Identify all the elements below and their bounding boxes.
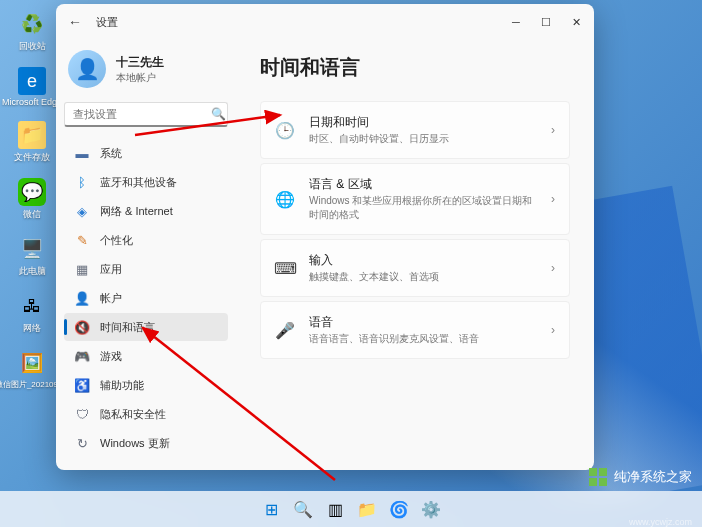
- nav-time-language[interactable]: 🔇时间和语言: [64, 313, 228, 341]
- setting-language-region[interactable]: 🌐 语言 & 区域 Windows 和某些应用根据你所在的区域设置日期和时间的格…: [260, 163, 570, 235]
- taskbar-search[interactable]: 🔍: [290, 496, 316, 522]
- clock-icon: 🔇: [74, 319, 90, 335]
- search-box[interactable]: 🔍: [64, 102, 228, 127]
- setting-datetime[interactable]: 🕒 日期和时间 时区、自动时钟设置、日历显示 ›: [260, 101, 570, 159]
- folder-icon: 📁: [18, 121, 46, 149]
- wechat-icon: 💬: [18, 178, 46, 206]
- desktop-icon-wechat[interactable]: 💬 微信: [12, 178, 52, 221]
- account-icon: 👤: [74, 290, 90, 306]
- chevron-right-icon: ›: [551, 123, 555, 137]
- network-icon: 🖧: [18, 292, 46, 320]
- search-input[interactable]: [73, 108, 211, 120]
- recycle-icon: ♻️: [18, 10, 46, 38]
- nav-network[interactable]: ◈网络 & Internet: [64, 197, 228, 225]
- setting-voice[interactable]: 🎤 语音 语音语言、语音识别麦克风设置、语音 ›: [260, 301, 570, 359]
- desktop-icon-image[interactable]: 🖼️ 微信图片_2021091...: [12, 349, 52, 390]
- back-button[interactable]: ←: [68, 14, 82, 30]
- taskbar-taskview[interactable]: ▥: [322, 496, 348, 522]
- settings-list: 🕒 日期和时间 时区、自动时钟设置、日历显示 › 🌐 语言 & 区域 Windo…: [260, 101, 570, 359]
- edge-icon: e: [18, 67, 46, 95]
- start-button[interactable]: ⊞: [258, 496, 284, 522]
- taskbar-settings[interactable]: ⚙️: [418, 496, 444, 522]
- voice-icon: 🎤: [275, 320, 295, 340]
- accessibility-icon: ♿: [74, 377, 90, 393]
- svg-rect-6: [589, 478, 597, 486]
- svg-rect-7: [599, 478, 607, 486]
- sidebar: 👤 十三先生 本地帐户 🔍 ▬系统 ᛒ蓝牙和其他设备 ◈网络 & Interne…: [56, 40, 236, 470]
- nav-system[interactable]: ▬系统: [64, 139, 228, 167]
- nav-accessibility[interactable]: ♿辅助功能: [64, 371, 228, 399]
- chevron-right-icon: ›: [551, 192, 555, 206]
- watermark: 纯净系统之家: [588, 467, 692, 487]
- minimize-button[interactable]: ─: [510, 16, 522, 28]
- shield-icon: 🛡: [74, 406, 90, 422]
- page-title: 时间和语言: [260, 54, 570, 81]
- maximize-button[interactable]: ☐: [540, 16, 552, 28]
- settings-window: ← 设置 ─ ☐ ✕ 👤 十三先生 本地帐户 🔍: [56, 4, 594, 470]
- watermark-logo-icon: [588, 467, 608, 487]
- close-button[interactable]: ✕: [570, 16, 582, 28]
- search-icon: 🔍: [211, 107, 226, 121]
- desktop-icon-network[interactable]: 🖧 网络: [12, 292, 52, 335]
- user-section[interactable]: 👤 十三先生 本地帐户: [64, 44, 228, 102]
- user-type: 本地帐户: [116, 71, 164, 85]
- main-content: 时间和语言 🕒 日期和时间 时区、自动时钟设置、日历显示 › 🌐 语言 & 区域…: [236, 40, 594, 470]
- window-title: 设置: [96, 15, 118, 30]
- chevron-right-icon: ›: [551, 261, 555, 275]
- paint-icon: ✎: [74, 232, 90, 248]
- nav-privacy[interactable]: 🛡隐私和安全性: [64, 400, 228, 428]
- desktop-icon-edge[interactable]: e Microsoft Edge: [12, 67, 52, 107]
- taskbar: ⊞ 🔍 ▥ 📁 🌀 ⚙️: [0, 491, 702, 527]
- computer-icon: 🖥️: [18, 235, 46, 263]
- nav-apps[interactable]: ▦应用: [64, 255, 228, 283]
- apps-icon: ▦: [74, 261, 90, 277]
- taskbar-edge[interactable]: 🌀: [386, 496, 412, 522]
- update-icon: ↻: [74, 435, 90, 451]
- watermark-url: www.ycwjz.com: [629, 517, 692, 527]
- desktop-icon-folder[interactable]: 📁 文件存放: [12, 121, 52, 164]
- gaming-icon: 🎮: [74, 348, 90, 364]
- nav-personalization[interactable]: ✎个性化: [64, 226, 228, 254]
- nav-bluetooth[interactable]: ᛒ蓝牙和其他设备: [64, 168, 228, 196]
- nav-gaming[interactable]: 🎮游戏: [64, 342, 228, 370]
- svg-rect-5: [599, 468, 607, 476]
- setting-input[interactable]: ⌨ 输入 触摸键盘、文本建议、首选项 ›: [260, 239, 570, 297]
- nav-accounts[interactable]: 👤帐户: [64, 284, 228, 312]
- bluetooth-icon: ᛒ: [74, 174, 90, 190]
- desktop-icon-thispc[interactable]: 🖥️ 此电脑: [12, 235, 52, 278]
- taskbar-explorer[interactable]: 📁: [354, 496, 380, 522]
- user-name: 十三先生: [116, 54, 164, 71]
- desktop-icon-recycle[interactable]: ♻️ 回收站: [12, 10, 52, 53]
- wifi-icon: ◈: [74, 203, 90, 219]
- image-icon: 🖼️: [18, 349, 46, 377]
- system-icon: ▬: [74, 145, 90, 161]
- language-icon: 🌐: [275, 189, 295, 209]
- avatar: 👤: [68, 50, 106, 88]
- keyboard-icon: ⌨: [275, 258, 295, 278]
- nav-list: ▬系统 ᛒ蓝牙和其他设备 ◈网络 & Internet ✎个性化 ▦应用 👤帐户…: [64, 139, 228, 457]
- desktop-icons: ♻️ 回收站 e Microsoft Edge 📁 文件存放 💬 微信 🖥️ 此…: [12, 10, 52, 404]
- datetime-icon: 🕒: [275, 120, 295, 140]
- svg-rect-4: [589, 468, 597, 476]
- chevron-right-icon: ›: [551, 323, 555, 337]
- nav-update[interactable]: ↻Windows 更新: [64, 429, 228, 457]
- titlebar: ← 设置 ─ ☐ ✕: [56, 4, 594, 40]
